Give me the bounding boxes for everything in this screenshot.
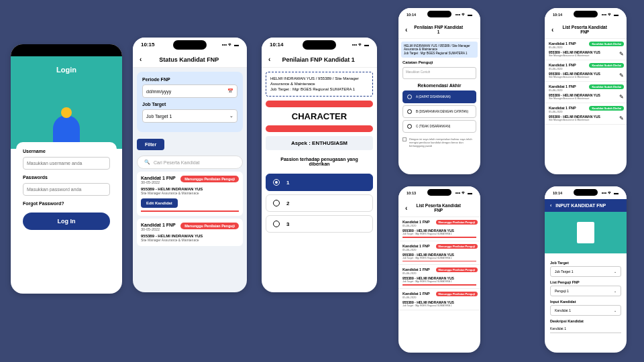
password-input[interactable] — [23, 183, 110, 196]
edit-icon[interactable]: ✎ — [619, 51, 624, 57]
page-title: Penilaian FNP Kandidat 1 — [276, 56, 361, 63]
option-3[interactable]: 3 — [266, 215, 373, 233]
candidate-info: HELMI INDRAWAN YUS / 955389 / Site Manag… — [266, 72, 373, 97]
status-badge: Kandidat Sudah Dinilai — [589, 63, 624, 68]
radio-icon — [407, 124, 412, 129]
chevron-down-icon: ⌄ — [229, 113, 233, 119]
status-badge: Menunggu Penilaian Penguji — [436, 220, 478, 225]
status-badge: Menunggu Penilaian Penguji — [436, 267, 478, 272]
candidate-item[interactable]: Kandidat 1 FNP 30-05-2022 Menunggu Penil… — [137, 219, 243, 246]
section-title: CHARACTER — [262, 111, 377, 121]
filter-card: Periode FNP dd/mm/yyyy📅 Job Target Job T… — [137, 72, 243, 132]
catatan-label: Catatan Penguji — [402, 60, 476, 64]
input-hero — [545, 212, 627, 253]
time: 10:13 — [407, 191, 416, 195]
status-badge: Kandidat Sudah Dinilai — [589, 42, 624, 46]
time: 10:14 — [407, 13, 416, 17]
username-input[interactable] — [23, 157, 110, 170]
page-title: List Peserta Kandidat FNP — [559, 25, 610, 34]
edit-button[interactable]: Edit Kandidat — [141, 198, 178, 208]
login-button[interactable]: Log In — [23, 213, 110, 230]
back-icon[interactable]: ‹ — [268, 56, 270, 63]
aspek-label: Aspek : ENTHUSIASM — [266, 136, 373, 150]
progress-bar — [266, 101, 373, 107]
radio-icon — [273, 179, 280, 186]
page-title: Status Kandidat FNP — [147, 56, 231, 63]
filter-button[interactable]: Filter — [137, 139, 164, 150]
rec-option-c[interactable]: C (TIDAK DISARANKAN) — [402, 120, 476, 133]
time: 10:14 — [270, 42, 283, 48]
edit-icon[interactable]: ✎ — [619, 94, 624, 100]
status-badge: Kandidat Sudah Dinilai — [589, 84, 624, 89]
kandidat-label: Input Kandidat — [550, 300, 621, 304]
assessment-screen: 10:14••• ᯤ ▬ ‹ Penilaian FNP Kandidat 1 … — [262, 38, 377, 292]
chevron-down-icon: ⌄ — [614, 308, 616, 312]
status-badge: Menunggu Penilaian Penguji — [180, 176, 239, 182]
penguji-select[interactable]: Penguji 1⌄ — [550, 286, 621, 296]
list-item[interactable]: Kandidat 1 FNP05-06-2020Menunggu Penilai… — [398, 241, 480, 265]
deskripsi-label: Deskripsi Kandidat — [550, 319, 621, 323]
option-1[interactable]: 1 — [266, 174, 373, 191]
job-select[interactable]: Job Target 1⌄ — [550, 266, 621, 277]
back-icon[interactable]: ‹ — [405, 204, 407, 212]
penguji-label: List Penguji FNP — [550, 280, 621, 284]
input-screen: 10:14••• ᯤ ▬ ‹ INPUT KANDIDAT FNP Job Ta… — [545, 186, 627, 353]
page-title: INPUT KANDIDAT FNP — [555, 203, 606, 208]
login-hero: Login — [11, 56, 122, 149]
progress-bar — [266, 125, 373, 132]
catatan-input[interactable]: Masukkan Contoh — [402, 67, 476, 79]
radio-icon — [273, 221, 280, 227]
candidate-item[interactable]: Kandidat 1 FNP 30-05-2022 Menunggu Penil… — [137, 172, 243, 216]
recommendation-screen: 10:14••• ᯤ ▬ ‹ Penilaian FNP Kandidat 1 … — [398, 8, 480, 174]
calendar-icon: 📅 — [227, 88, 233, 94]
status-badge: Menunggu Penilaian Penguji — [436, 292, 478, 296]
time: 10:14 — [553, 191, 562, 195]
list-item[interactable]: Kandidat 1 FNP05-06-2020Kandidat Sudah D… — [545, 103, 627, 125]
input-header: ‹ INPUT KANDIDAT FNP — [545, 199, 627, 212]
list-pending-screen: 10:13••• ᯤ ▬ ‹ List Peserta Kandidat FNP… — [398, 186, 480, 353]
rec-option-a[interactable]: A (DAPAT DISARANKAN) — [402, 90, 476, 103]
deskripsi-input[interactable]: Kandidat 1 — [550, 324, 621, 333]
checkbox-icon — [402, 137, 407, 141]
list-item[interactable]: Kandidat 1 FNP05-06-2020Kandidat Sudah D… — [545, 39, 627, 60]
document-icon — [577, 222, 594, 243]
page-title: List Peserta Kandidat FNP — [413, 203, 464, 213]
list-item[interactable]: Kandidat 1 FNP05-06-2020Kandidat Sudah D… — [545, 82, 627, 103]
option-2[interactable]: 2 — [266, 194, 373, 212]
kandidat-select[interactable]: Kandidat 1⌄ — [550, 305, 621, 316]
list-item[interactable]: Kandidat 1 FNP05-06-2020Menunggu Penilai… — [398, 217, 480, 241]
back-icon[interactable]: ‹ — [405, 26, 407, 34]
agree-checkbox[interactable]: Dengan ini saya telah menyatakan bahwa s… — [398, 135, 480, 150]
radio-icon — [273, 200, 280, 206]
login-screen: Login Username Passwords Forgot Password… — [11, 44, 122, 294]
status-icons: ••• ᯤ ▬ — [222, 42, 239, 47]
radio-icon — [407, 109, 412, 114]
list-item[interactable]: Kandidat 1 FNP05-06-2020Menunggu Penilai… — [398, 289, 480, 310]
topbar — [11, 44, 122, 56]
job-select[interactable]: Job Target 1⌄ — [142, 109, 237, 123]
candidate-info: HELMI INDRAWAN YUS / 955389 / Site Manag… — [401, 42, 478, 58]
back-icon[interactable]: ‹ — [140, 56, 142, 63]
status-badge: Menunggu Penilaian Penguji — [180, 223, 239, 229]
search-input[interactable]: 🔍Cari Peserta Kandidat — [137, 156, 243, 169]
search-icon: 🔍 — [144, 160, 150, 165]
list-item[interactable]: Kandidat 1 FNP05-06-2020Menunggu Penilai… — [398, 265, 480, 289]
edit-icon[interactable]: ✎ — [619, 72, 624, 78]
status-badge: Kandidat Sudah Dinilai — [589, 106, 624, 111]
periode-label: Periode FNP — [142, 77, 237, 82]
username-label: Username — [23, 149, 110, 154]
time: 10:15 — [141, 42, 154, 48]
forgot-password-link[interactable]: Forgot Password? — [23, 201, 110, 206]
login-title: Login — [11, 56, 122, 74]
back-icon[interactable]: ‹ — [550, 203, 551, 208]
input-form: Job Target Job Target 1⌄ List Penguji FN… — [545, 253, 627, 337]
periode-input[interactable]: dd/mm/yyyy📅 — [142, 84, 237, 98]
chevron-down-icon: ⌄ — [614, 289, 616, 293]
job-label: Job Target — [550, 261, 621, 265]
login-illustration — [11, 88, 122, 149]
edit-icon[interactable]: ✎ — [619, 115, 624, 121]
list-item[interactable]: Kandidat 1 FNP05-06-2020Kandidat Sudah D… — [545, 60, 627, 82]
rec-option-b[interactable]: B (DISARANKAN DENGAN CATATAN) — [402, 105, 476, 118]
login-card: Username Passwords Forgot Password? Log … — [16, 142, 117, 237]
back-icon[interactable]: ‹ — [551, 26, 553, 34]
